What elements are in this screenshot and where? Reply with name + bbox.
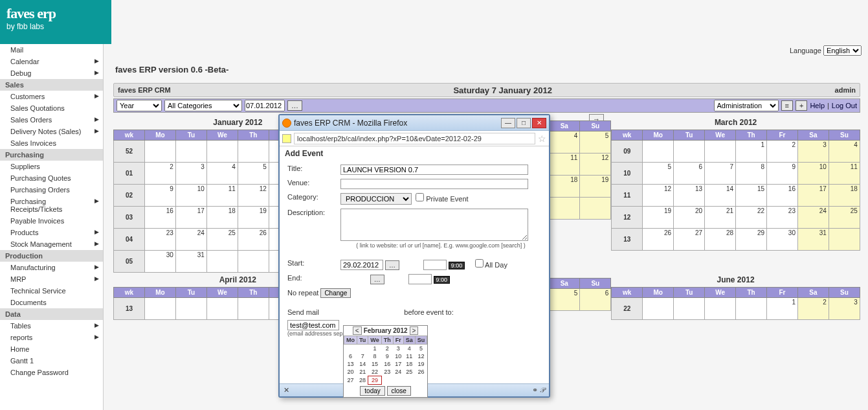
day-cell[interactable] bbox=[144, 141, 175, 163]
day-cell[interactable]: 30 bbox=[144, 251, 175, 273]
day-cell[interactable] bbox=[829, 229, 860, 251]
day-cell[interactable]: 23 bbox=[144, 229, 175, 251]
dp-day[interactable]: 5 bbox=[415, 345, 427, 353]
dp-day[interactable]: 22 bbox=[368, 368, 381, 376]
admin-select[interactable]: Administration bbox=[714, 100, 779, 111]
end-time-input1[interactable] bbox=[408, 274, 432, 284]
sidebar-item[interactable]: Sales Orders▶ bbox=[0, 114, 103, 126]
day-cell[interactable]: 26 bbox=[238, 229, 269, 251]
dp-day[interactable]: 9 bbox=[381, 352, 393, 360]
day-cell[interactable]: 24 bbox=[797, 207, 829, 229]
day-cell[interactable]: 7 bbox=[705, 163, 736, 185]
dp-day[interactable]: 25 bbox=[403, 368, 415, 376]
day-cell[interactable]: 31 bbox=[175, 251, 206, 273]
day-cell[interactable] bbox=[238, 251, 269, 273]
sidebar-item[interactable]: Products▶ bbox=[0, 227, 103, 238]
private-checkbox[interactable] bbox=[416, 193, 424, 201]
day-cell[interactable]: 16 bbox=[144, 207, 175, 229]
day-cell[interactable] bbox=[549, 198, 580, 220]
dp-day[interactable]: 8 bbox=[368, 352, 381, 360]
sidebar-item[interactable]: Home bbox=[0, 343, 103, 355]
dp-day[interactable]: 10 bbox=[393, 352, 403, 360]
dp-day[interactable]: 3 bbox=[393, 345, 403, 353]
day-cell[interactable] bbox=[175, 141, 206, 163]
dp-day[interactable] bbox=[415, 376, 427, 385]
sidebar-item[interactable]: Change Password bbox=[0, 367, 103, 378]
day-cell[interactable]: 4 bbox=[206, 163, 238, 185]
language-select[interactable]: English bbox=[823, 45, 862, 56]
help-link[interactable]: Help bbox=[810, 102, 825, 109]
day-cell[interactable]: 3 bbox=[829, 298, 860, 320]
dp-day[interactable]: 28 bbox=[357, 376, 368, 385]
day-cell[interactable] bbox=[580, 198, 611, 220]
day-cell[interactable]: 5 bbox=[643, 163, 674, 185]
day-cell[interactable]: 31 bbox=[797, 229, 829, 251]
day-cell[interactable]: 2 bbox=[767, 141, 798, 163]
dp-day[interactable]: 4 bbox=[403, 345, 415, 353]
sidebar-item[interactable]: Mail bbox=[0, 44, 103, 56]
dp-day[interactable]: 23 bbox=[381, 368, 393, 376]
day-cell[interactable] bbox=[206, 251, 238, 273]
day-cell[interactable]: 5 bbox=[580, 131, 611, 154]
day-cell[interactable] bbox=[705, 141, 736, 163]
day-cell[interactable] bbox=[175, 298, 206, 320]
day-cell[interactable]: 19 bbox=[580, 176, 611, 198]
sidebar-item[interactable]: reports▶ bbox=[0, 332, 103, 343]
dp-day[interactable] bbox=[393, 376, 403, 385]
description-input[interactable] bbox=[340, 209, 528, 241]
view-select[interactable]: Year bbox=[117, 100, 162, 111]
end-time-display[interactable]: 9:00 bbox=[434, 276, 451, 284]
day-cell[interactable] bbox=[643, 298, 674, 320]
day-cell[interactable]: 11 bbox=[829, 163, 860, 185]
sidebar-item[interactable]: Customers▶ bbox=[0, 91, 103, 102]
day-cell[interactable] bbox=[643, 141, 674, 163]
logout-link[interactable]: Log Out bbox=[832, 102, 857, 109]
day-cell[interactable]: 20 bbox=[674, 207, 705, 229]
sidebar-item[interactable]: Debug▶ bbox=[0, 67, 103, 79]
maximize-button[interactable]: □ bbox=[517, 118, 531, 128]
dp-day[interactable]: 19 bbox=[415, 360, 427, 368]
day-cell[interactable]: 9 bbox=[767, 163, 798, 185]
day-cell[interactable]: 19 bbox=[643, 207, 674, 229]
day-cell[interactable]: 18 bbox=[549, 176, 580, 198]
sidebar-item[interactable]: Stock Management▶ bbox=[0, 238, 103, 250]
dp-today-button[interactable]: today bbox=[360, 386, 384, 396]
day-cell[interactable]: 11 bbox=[549, 154, 580, 176]
sidebar-item[interactable]: Purchasing Quotes bbox=[0, 172, 103, 184]
dp-day[interactable]: 21 bbox=[357, 368, 368, 376]
dp-day[interactable]: 27 bbox=[344, 376, 357, 385]
change-repeat-button[interactable]: Change bbox=[320, 288, 351, 298]
add-button[interactable]: + bbox=[796, 100, 807, 111]
start-date-picker-button[interactable]: … bbox=[385, 260, 399, 270]
dp-day[interactable]: 12 bbox=[415, 352, 427, 360]
email-input[interactable] bbox=[287, 320, 339, 330]
dp-day[interactable]: 18 bbox=[403, 360, 415, 368]
sidebar-item[interactable]: Sales Invoices bbox=[0, 137, 103, 149]
day-cell[interactable]: 21 bbox=[705, 207, 736, 229]
sidebar-item[interactable]: Technical Service bbox=[0, 285, 103, 297]
dp-day[interactable]: 14 bbox=[357, 360, 368, 368]
sidebar-item[interactable]: Purchasing Orders bbox=[0, 184, 103, 196]
start-time-display[interactable]: 9:00 bbox=[449, 262, 465, 269]
sidebar-item[interactable]: Sales Quotations bbox=[0, 102, 103, 114]
day-cell[interactable] bbox=[736, 298, 767, 320]
day-cell[interactable]: 12 bbox=[238, 185, 269, 207]
sidebar-item[interactable]: Payable Invoices bbox=[0, 215, 103, 227]
day-cell[interactable] bbox=[238, 298, 269, 320]
dp-day[interactable]: 6 bbox=[344, 352, 357, 360]
day-cell[interactable]: 29 bbox=[736, 229, 767, 251]
start-time-input1[interactable] bbox=[423, 260, 447, 270]
category-select[interactable]: All Categories bbox=[164, 100, 242, 111]
sidebar-item[interactable]: MRP▶ bbox=[0, 273, 103, 285]
day-cell[interactable]: 8 bbox=[736, 163, 767, 185]
dp-next-button[interactable]: > bbox=[410, 326, 419, 335]
category-input[interactable]: PRODUCCION bbox=[340, 193, 412, 205]
dp-day[interactable]: 24 bbox=[393, 368, 403, 376]
day-cell[interactable]: 30 bbox=[767, 229, 798, 251]
day-cell[interactable]: 3 bbox=[175, 163, 206, 185]
day-cell[interactable] bbox=[206, 141, 238, 163]
day-cell[interactable]: 2 bbox=[797, 298, 829, 320]
list-button[interactable]: ≡ bbox=[781, 100, 793, 111]
day-cell[interactable]: 24 bbox=[175, 229, 206, 251]
day-cell[interactable]: 2 bbox=[144, 163, 175, 185]
